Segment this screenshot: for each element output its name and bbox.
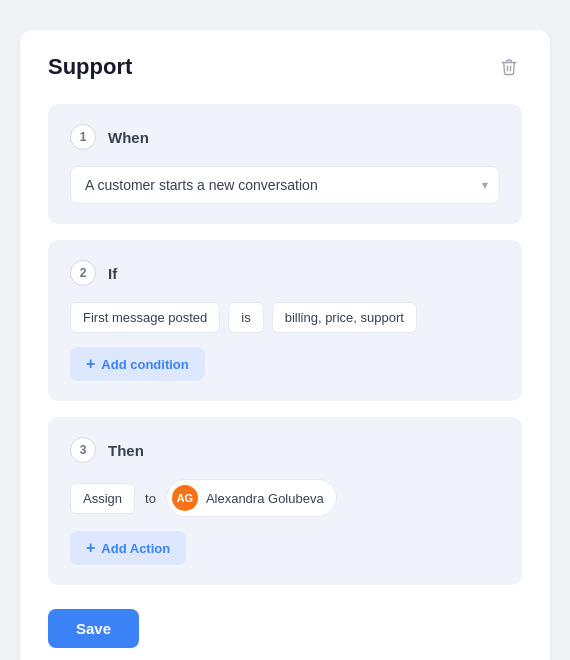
agent-name: Alexandra Golubeva: [206, 491, 324, 506]
condition-operator-tag: is: [228, 302, 263, 333]
rule-title: Support: [48, 54, 132, 80]
add-condition-label: Add condition: [101, 357, 188, 372]
action-row: Assign to AG Alexandra Golubeva: [70, 479, 500, 517]
condition-field-tag: First message posted: [70, 302, 220, 333]
action-type-tag: Assign: [70, 483, 135, 514]
page-container: Support 1 When A customer starts a new c…: [20, 30, 550, 660]
save-button[interactable]: Save: [48, 609, 139, 648]
step-2-badge: 2: [70, 260, 96, 286]
when-label: When: [108, 129, 149, 146]
agent-initials: AG: [177, 492, 194, 504]
if-label: If: [108, 265, 117, 282]
delete-rule-button[interactable]: [496, 54, 522, 80]
if-header: 2 If: [70, 260, 500, 286]
trash-icon: [500, 58, 518, 76]
if-section: 2 If First message posted is billing, pr…: [48, 240, 522, 401]
when-header: 1 When: [70, 124, 500, 150]
plus-icon: +: [86, 356, 95, 372]
action-preposition: to: [143, 484, 158, 513]
add-action-label: Add Action: [101, 541, 170, 556]
when-dropdown[interactable]: A customer starts a new conversation A c…: [70, 166, 500, 204]
step-3-badge: 3: [70, 437, 96, 463]
add-condition-button[interactable]: + Add condition: [70, 347, 205, 381]
condition-row: First message posted is billing, price, …: [70, 302, 500, 333]
when-section: 1 When A customer starts a new conversat…: [48, 104, 522, 224]
step-1-badge: 1: [70, 124, 96, 150]
then-label: Then: [108, 442, 144, 459]
rule-card: Support 1 When A customer starts a new c…: [20, 30, 550, 660]
agent-tag: AG Alexandra Golubeva: [166, 479, 337, 517]
plus-icon-action: +: [86, 540, 95, 556]
when-select-wrapper[interactable]: A customer starts a new conversation A c…: [70, 166, 500, 204]
rule-header: Support: [48, 54, 522, 80]
then-section: 3 Then Assign to AG Alexandra Golubeva +…: [48, 417, 522, 585]
add-action-button[interactable]: + Add Action: [70, 531, 186, 565]
then-header: 3 Then: [70, 437, 500, 463]
condition-value-tag: billing, price, support: [272, 302, 417, 333]
avatar: AG: [172, 485, 198, 511]
